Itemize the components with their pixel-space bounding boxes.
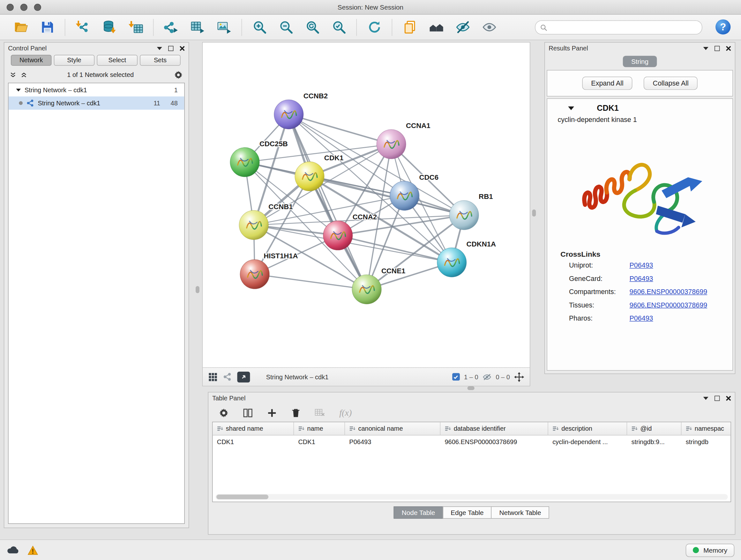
import-network-file-button[interactable] — [72, 17, 93, 38]
cell-canonical-name[interactable]: P06493 — [345, 438, 441, 445]
delete-column-trash-icon[interactable] — [291, 408, 300, 418]
tab-edge-table[interactable]: Edge Table — [443, 506, 492, 519]
panel-float-icon[interactable] — [715, 395, 720, 401]
tab-select[interactable]: Select — [97, 55, 138, 66]
new-network-button[interactable] — [160, 17, 182, 38]
tab-network-table[interactable]: Network Table — [491, 506, 549, 519]
network-node-RB1[interactable]: RB1 — [449, 192, 493, 230]
search-input[interactable] — [550, 23, 697, 31]
cell-name[interactable]: CDK1 — [294, 438, 345, 445]
panel-menu-caret-icon[interactable] — [157, 47, 162, 50]
network-node-HIST1H1A[interactable]: HIST1H1A — [240, 252, 298, 289]
import-network-database-button[interactable] — [98, 17, 120, 38]
network-title: String Network – cdk1 — [266, 373, 329, 380]
string-results-tab[interactable]: String — [623, 56, 657, 67]
crosslink-genecard-link[interactable]: P06493 — [630, 274, 653, 282]
expand-all-chevrons-icon[interactable] — [10, 71, 16, 78]
splitter-handle[interactable] — [468, 386, 475, 390]
open-session-button[interactable] — [10, 17, 31, 38]
save-session-button[interactable] — [37, 17, 58, 38]
show-columns-icon[interactable] — [243, 408, 253, 418]
table-gear-icon[interactable] — [219, 408, 229, 418]
column-header[interactable]: name — [294, 422, 345, 435]
column-header[interactable]: namespac — [681, 422, 731, 435]
cell-shared-name[interactable]: CDK1 — [212, 438, 294, 445]
scrollbar-thumb[interactable] — [216, 495, 268, 499]
zoom-out-button[interactable] — [275, 17, 297, 38]
splitter-handle[interactable] — [532, 209, 536, 216]
new-table-button[interactable] — [187, 17, 208, 38]
warning-icon[interactable] — [27, 545, 38, 555]
horizontal-scrollbar[interactable] — [215, 494, 728, 500]
memory-button[interactable]: Memory — [686, 543, 734, 557]
hide-selection-button[interactable] — [452, 17, 474, 38]
column-header[interactable]: @id — [627, 422, 681, 435]
help-button[interactable]: ? — [716, 19, 731, 35]
network-node-CCNE1[interactable]: CCNE1 — [352, 267, 405, 304]
section-caret-icon[interactable] — [568, 106, 574, 110]
function-builder-icon[interactable]: f(x) — [339, 408, 352, 418]
crosslink-uniprot-link[interactable]: P06493 — [630, 261, 653, 269]
network-node-CDK1[interactable]: CDK1 — [295, 154, 343, 191]
network-canvas[interactable]: CCNB2CCNA1CDC25BCDK1CDC6RB1CCNB1CCNA2CDK… — [203, 43, 530, 367]
refresh-layout-button[interactable] — [363, 17, 385, 38]
zoom-in-button[interactable] — [249, 17, 270, 38]
collapse-all-chevrons-icon[interactable] — [21, 71, 27, 78]
column-header[interactable]: database identifier — [441, 422, 548, 435]
gear-icon[interactable] — [174, 70, 183, 79]
column-header[interactable]: description — [548, 422, 627, 435]
splitter-handle[interactable] — [196, 286, 199, 293]
show-all-button[interactable] — [478, 17, 500, 38]
delete-table-icon[interactable] — [315, 408, 325, 418]
collapse-all-button[interactable]: Collapse All — [644, 77, 697, 90]
tab-style[interactable]: Style — [54, 55, 94, 66]
add-column-plus-icon[interactable] — [267, 408, 277, 418]
zoom-selected-button[interactable] — [328, 17, 350, 38]
panel-close-icon[interactable] — [726, 395, 731, 401]
crosslink-compartments-link[interactable]: 9606.ENSP00000378699 — [630, 288, 708, 296]
crosslink-tissues-link[interactable]: 9606.ENSP00000378699 — [630, 301, 708, 309]
tab-node-table[interactable]: Node Table — [394, 506, 443, 519]
network-collection-row[interactable]: String Network – cdk1 1 — [9, 83, 185, 97]
panel-menu-caret-icon[interactable] — [703, 396, 709, 400]
network-row-selected[interactable]: String Network – cdk1 11 48 — [9, 97, 185, 110]
export-network-button[interactable] — [237, 371, 250, 382]
panel-menu-caret-icon[interactable] — [703, 47, 709, 50]
window-zoom-button[interactable] — [34, 4, 41, 11]
panel-float-icon[interactable] — [168, 46, 173, 51]
crosslink-label: Compartments: — [569, 288, 630, 296]
tree-caret-icon[interactable] — [16, 88, 21, 91]
table-row[interactable]: CDK1 CDK1 P06493 9606.ENSP00000378699 cy… — [212, 435, 731, 448]
network-node-CCNA1[interactable]: CCNA1 — [377, 122, 430, 159]
column-header[interactable]: canonical name — [345, 422, 441, 435]
pan-crosshair-icon[interactable] — [514, 372, 524, 382]
crosslink-pharos-link[interactable]: P06493 — [630, 314, 653, 322]
tab-sets[interactable]: Sets — [140, 55, 180, 66]
cell-database-identifier[interactable]: 9606.ENSP00000378699 — [441, 438, 548, 445]
node-table: shared name name canonical name database… — [212, 422, 731, 502]
protein-section-header[interactable]: CDK1 — [547, 99, 732, 115]
panel-close-icon[interactable] — [180, 46, 185, 51]
tab-network[interactable]: Network — [11, 55, 51, 66]
import-table-file-button[interactable] — [125, 17, 146, 38]
cell-namespace[interactable]: stringdb — [681, 438, 731, 445]
copy-document-button[interactable] — [399, 17, 421, 38]
selected-checkbox-icon[interactable] — [452, 373, 460, 381]
export-image-button[interactable] — [213, 17, 235, 38]
cell-id[interactable]: stringdb:9... — [627, 438, 681, 445]
cell-description[interactable]: cyclin-dependent ... — [548, 438, 627, 445]
cloud-icon[interactable] — [7, 546, 20, 555]
expand-all-button[interactable]: Expand All — [582, 77, 632, 90]
zoom-fit-button[interactable] — [301, 17, 323, 38]
birds-eye-view-icon[interactable] — [208, 372, 217, 381]
panel-float-icon[interactable] — [715, 46, 720, 51]
toolbar-separator — [242, 18, 242, 36]
panel-close-icon[interactable] — [726, 46, 731, 51]
network-node-CDKN1A[interactable]: CDKN1A — [437, 240, 496, 277]
column-header[interactable]: shared name — [212, 422, 294, 435]
window-close-button[interactable] — [7, 4, 14, 11]
window-minimize-button[interactable] — [20, 4, 27, 11]
home-button[interactable] — [425, 17, 447, 38]
network-overview-icon[interactable] — [223, 373, 232, 381]
screen: Session: New Session — [0, 0, 741, 560]
